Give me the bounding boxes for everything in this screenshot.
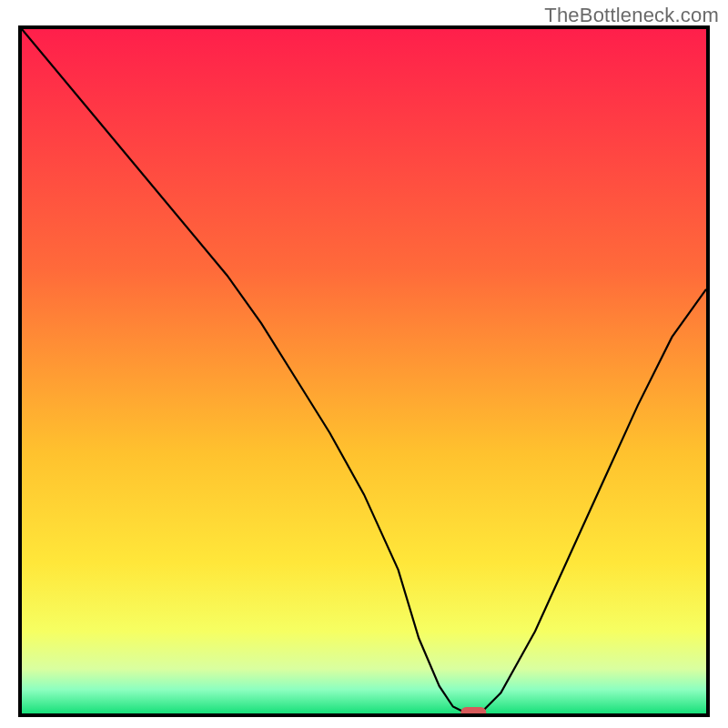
plot-svg [22,29,706,713]
watermark-text: TheBottleneck.com [544,4,719,27]
optimal-marker [460,707,486,713]
gradient-background [22,29,706,713]
chart-container: TheBottleneck.com [0,0,728,728]
plot-area [18,25,710,717]
